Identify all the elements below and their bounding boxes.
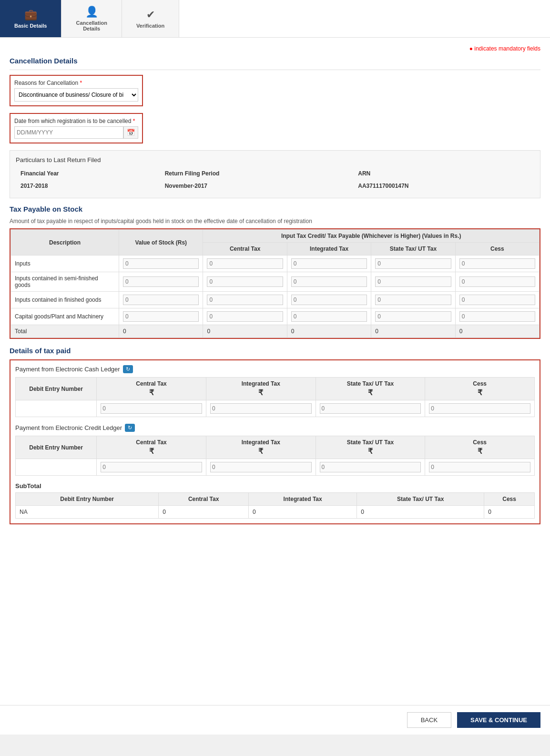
credit-integrated-rupee-icon: ₹ <box>210 447 312 456</box>
particulars-col-arn: ARN <box>353 167 534 180</box>
tax-input-integrated-0[interactable] <box>291 258 367 269</box>
reasons-select[interactable]: Discontinuance of business/ Closure of b… <box>14 88 138 102</box>
subtotal-col-integrated: Integrated Tax <box>248 493 356 506</box>
particulars-row: 2017-2018 November-2017 AA371117000147N <box>16 180 534 192</box>
cash-integrated-cell <box>206 400 316 417</box>
tax-total-state: 0 <box>371 325 455 338</box>
tax-input-cess-3[interactable] <box>459 311 535 322</box>
cash-debit-cell <box>16 400 97 417</box>
subtotal-cess-val: 0 <box>484 506 535 519</box>
details-tax-title: Details of tax paid <box>10 347 540 355</box>
tax-row-central <box>203 272 287 292</box>
tax-input-state-3[interactable] <box>375 311 451 322</box>
step-verification[interactable]: ✔ Verification <box>122 0 179 37</box>
date-input[interactable] <box>14 126 123 139</box>
tax-input-cess-1[interactable] <box>459 276 535 287</box>
tax-row-desc: Inputs contained in semi-finished goods <box>11 272 119 292</box>
cash-cess-cell <box>425 400 535 417</box>
credit-col-cess: Cess ₹ <box>425 436 535 459</box>
reasons-group: Reasons for Cancellation * Discontinuanc… <box>10 75 540 106</box>
cash-col-cess: Cess ₹ <box>425 378 535 400</box>
tax-input-integrated-2[interactable] <box>291 295 367 305</box>
credit-integrated-input[interactable] <box>210 462 312 472</box>
subtotal-label: SubTotal <box>15 482 535 490</box>
credit-cess-input[interactable] <box>429 462 530 472</box>
mandatory-dot: ● <box>469 45 473 52</box>
subtotal-state-val: 0 <box>357 506 484 519</box>
tax-row-value <box>119 308 203 325</box>
reasons-required-star: * <box>80 80 82 86</box>
tax-input-central-3[interactable] <box>207 311 283 322</box>
reasons-label: Reasons for Cancellation * <box>14 80 138 86</box>
cash-integrated-input[interactable] <box>210 403 312 414</box>
particulars-title: Particulars to Last Return Filed <box>16 156 534 163</box>
credit-state-input[interactable] <box>320 462 421 472</box>
cash-central-input[interactable] <box>101 403 202 414</box>
tax-input-integrated-1[interactable] <box>291 276 367 287</box>
credit-central-input[interactable] <box>101 462 202 472</box>
tax-input-state-1[interactable] <box>375 276 451 287</box>
particulars-section: Particulars to Last Return Filed Financi… <box>10 150 540 198</box>
tax-table: Description Value of Stock (Rs) Input Ta… <box>10 229 540 338</box>
tax-col-desc: Description <box>11 230 119 255</box>
credit-col-state: State Tax/ UT Tax ₹ <box>316 436 425 459</box>
tax-input-state-0[interactable] <box>375 258 451 269</box>
mandatory-note: ● indicates mandatory fields <box>10 45 540 52</box>
credit-ledger-refresh-btn[interactable]: ↻ <box>125 424 135 432</box>
particulars-col-period: Return Filing Period <box>160 167 354 180</box>
tax-input-value-3[interactable] <box>123 311 199 322</box>
tax-row-integrated <box>287 308 371 325</box>
particulars-fy-val: 2017-2018 <box>16 180 160 192</box>
tax-input-integrated-3[interactable] <box>291 311 367 322</box>
tax-input-cess-0[interactable] <box>459 258 535 269</box>
date-group: Date from which registration is to be ca… <box>10 113 540 143</box>
cash-col-state: State Tax/ UT Tax ₹ <box>316 378 425 400</box>
cash-state-cell <box>316 400 425 417</box>
tax-input-value-2[interactable] <box>123 295 199 305</box>
tax-row-value <box>119 292 203 308</box>
back-button[interactable]: BACK <box>407 712 451 728</box>
date-required-star: * <box>133 118 135 124</box>
credit-ledger-row <box>16 459 535 476</box>
particulars-period-val: November-2017 <box>160 180 354 192</box>
check-icon: ✔ <box>146 9 155 21</box>
credit-col-debit: Debit Entry Number <box>16 436 97 459</box>
tax-input-cess-2[interactable] <box>459 295 535 305</box>
tax-input-value-0[interactable] <box>123 258 199 269</box>
tax-payable-title: Tax Payable on Stock <box>10 205 540 213</box>
tax-row-value <box>119 255 203 272</box>
save-continue-button[interactable]: SAVE & CONTINUE <box>457 712 540 728</box>
step-cancellation-details[interactable]: 👤 CancellationDetails <box>61 0 122 37</box>
tax-input-value-1[interactable] <box>123 276 199 287</box>
cash-ledger-refresh-btn[interactable]: ↻ <box>123 365 133 373</box>
subtotal-row: NA 0 0 0 0 <box>16 506 535 519</box>
tax-input-central-0[interactable] <box>207 258 283 269</box>
tax-total-value: 0 <box>119 325 203 338</box>
briefcase-icon: 💼 <box>24 9 37 21</box>
calendar-icon[interactable]: 📅 <box>123 126 138 139</box>
tax-row-integrated <box>287 272 371 292</box>
tax-row-integrated <box>287 255 371 272</box>
tax-col-central: Central Tax <box>203 243 287 255</box>
cash-cess-input[interactable] <box>429 403 530 414</box>
cash-ledger-row <box>16 400 535 417</box>
subtotal-col-central: Central Tax <box>159 493 249 506</box>
details-tax-wrapper: Payment from Electronic Cash Ledger ↻ De… <box>10 359 540 524</box>
main-content: ● indicates mandatory fields Cancellatio… <box>0 38 550 705</box>
tax-input-central-1[interactable] <box>207 276 283 287</box>
cash-col-debit: Debit Entry Number <box>16 378 97 400</box>
cash-state-rupee-icon: ₹ <box>320 388 421 397</box>
tax-col-integrated: Integrated Tax <box>287 243 371 255</box>
subtotal-table: Debit Entry Number Central Tax Integrate… <box>15 492 535 519</box>
tax-input-central-2[interactable] <box>207 295 283 305</box>
step-basic-details[interactable]: 💼 Basic Details <box>0 0 61 37</box>
step-verification-label: Verification <box>136 23 164 29</box>
subtotal-integrated-val: 0 <box>248 506 356 519</box>
tax-table-row: Inputs contained in semi-finished goods <box>11 272 540 292</box>
particulars-arn-val: AA371117000147N <box>353 180 534 192</box>
tax-input-state-2[interactable] <box>375 295 451 305</box>
tax-row-central <box>203 255 287 272</box>
subtotal-col-debit: Debit Entry Number <box>16 493 159 506</box>
cash-state-input[interactable] <box>320 403 421 414</box>
credit-central-rupee-icon: ₹ <box>101 447 202 456</box>
